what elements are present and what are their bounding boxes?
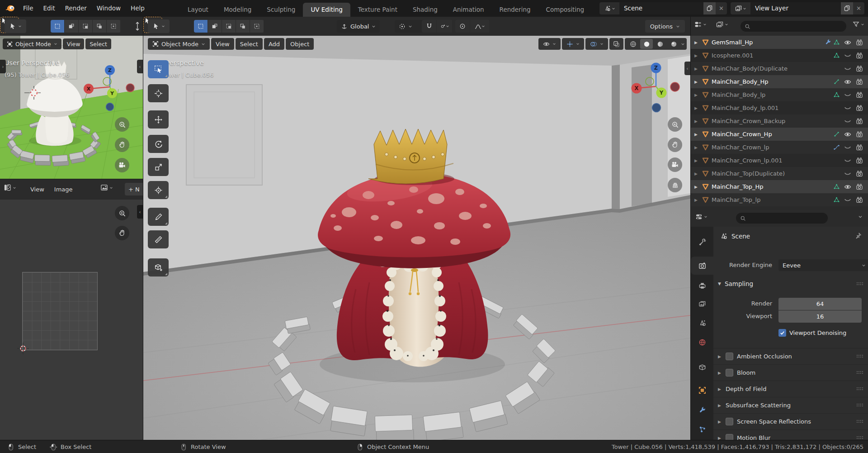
- select-mode-set[interactable]: [51, 20, 64, 33]
- clipped-toolbar-icon[interactable]: [134, 20, 143, 32]
- camera-visibility-icon[interactable]: [854, 52, 865, 59]
- outliner-row[interactable]: ▶GemSmall_Hp: [691, 36, 868, 49]
- workspace-tab-compositing[interactable]: Compositing: [538, 3, 592, 17]
- scene-name[interactable]: Scene: [619, 2, 703, 14]
- unlink-scene-button[interactable]: ✕: [716, 2, 727, 14]
- select-mode-extend[interactable]: [65, 20, 78, 33]
- object-name[interactable]: MainChar_Crown_Hp: [712, 131, 772, 138]
- tool-measure-button[interactable]: [148, 230, 169, 248]
- tool-add-cube-button[interactable]: [148, 258, 169, 277]
- image-editor-canvas[interactable]: ‹: [0, 200, 143, 440]
- panel-checkbox[interactable]: [726, 369, 733, 377]
- camera-visibility-icon[interactable]: [854, 78, 865, 86]
- object-name[interactable]: MainChar_Crown_Backup: [712, 118, 785, 124]
- editor-separator-right[interactable]: [690, 17, 691, 440]
- sampling-drag-dots[interactable]: [856, 282, 863, 286]
- tool-select-box-button[interactable]: [148, 60, 169, 78]
- outliner-row[interactable]: ▶MainChar_Top(Duplicate): [691, 167, 868, 180]
- expand-arrow-icon[interactable]: ▶: [694, 80, 702, 84]
- image-browse-dropdown[interactable]: [100, 184, 113, 191]
- object-name[interactable]: MainChar_Body_Hp: [712, 78, 769, 85]
- viewport-mode-selector[interactable]: Object Mode: [148, 38, 210, 50]
- image-editor-menu-view[interactable]: View: [26, 186, 48, 193]
- uv-pan-button[interactable]: [115, 226, 129, 240]
- workspace-tab-sculpting[interactable]: Sculpting: [259, 3, 303, 17]
- tool-cursor-button[interactable]: [148, 84, 169, 102]
- active-tool-icon[interactable]: [5, 19, 26, 33]
- snap-settings-dropdown[interactable]: [437, 20, 452, 33]
- sampling-panel-header[interactable]: ▼ Sampling: [718, 280, 753, 287]
- tab-view-layer-properties[interactable]: [691, 295, 713, 313]
- shading-options-chevron[interactable]: [681, 42, 685, 46]
- tab-world-properties[interactable]: [691, 333, 713, 351]
- tab-output-properties[interactable]: [691, 277, 713, 295]
- camera-visibility-icon[interactable]: [854, 170, 865, 177]
- expand-arrow-icon[interactable]: ▶: [694, 145, 702, 150]
- object-name[interactable]: MainChar_Crown_lp.001: [712, 157, 782, 164]
- panel-drag-dots[interactable]: [856, 371, 863, 374]
- expand-arrow-icon[interactable]: ▶: [694, 198, 702, 202]
- select-mode-intersect[interactable]: [107, 20, 120, 33]
- overlays-dropdown[interactable]: [585, 38, 608, 50]
- new-image-button[interactable]: + N: [125, 183, 143, 196]
- object-name[interactable]: MainChar_Top(Duplicate): [712, 170, 785, 177]
- expand-arrow-icon[interactable]: ▶: [694, 172, 702, 176]
- workspace-tab-modeling[interactable]: Modeling: [216, 3, 259, 17]
- new-scene-button[interactable]: [703, 2, 716, 14]
- proportional-edit-toggle[interactable]: [455, 20, 470, 33]
- eye-closed-icon[interactable]: [842, 65, 854, 72]
- panel-checkbox[interactable]: [726, 353, 733, 360]
- expand-arrow-icon[interactable]: ▶: [694, 67, 702, 71]
- menu-render[interactable]: Render: [60, 5, 92, 12]
- camera-visibility-icon[interactable]: [854, 91, 865, 99]
- preview-camera-view-button[interactable]: [115, 158, 129, 172]
- panel-drag-dots[interactable]: [856, 420, 863, 423]
- tab-scene-properties[interactable]: [691, 314, 713, 332]
- outliner-row[interactable]: ▶Icosphere.001: [691, 49, 868, 62]
- eye-closed-icon[interactable]: [842, 91, 854, 99]
- tool-scale-button[interactable]: [148, 158, 169, 176]
- preview-sidebar-expand-tab[interactable]: ‹: [137, 60, 143, 73]
- tab-object-properties[interactable]: [691, 381, 713, 399]
- remove-view-layer-button[interactable]: ✕: [853, 2, 864, 14]
- outliner-row[interactable]: ▶MainChar_Crown_Backup: [691, 114, 868, 128]
- expand-arrow-icon[interactable]: ▶: [694, 106, 702, 110]
- shading-wireframe-button[interactable]: [627, 39, 639, 49]
- preview-pan-button[interactable]: [115, 138, 129, 152]
- view-layer-icon[interactable]: [731, 2, 750, 14]
- expand-arrow-icon[interactable]: ▶: [694, 132, 702, 137]
- panel-drag-dots[interactable]: [856, 436, 863, 439]
- object-visibility-dropdown[interactable]: [538, 38, 561, 50]
- expand-arrow-icon[interactable]: ▶: [694, 53, 702, 58]
- tab-tool-properties[interactable]: [691, 233, 713, 251]
- viewport-menu-view[interactable]: View: [211, 38, 234, 50]
- tab-collection-properties[interactable]: [691, 358, 713, 376]
- uv-zoom-button[interactable]: [115, 206, 129, 220]
- outliner-search-input[interactable]: [741, 21, 846, 32]
- tool-annotate-button[interactable]: [148, 208, 169, 226]
- camera-visibility-icon[interactable]: [854, 157, 865, 164]
- panel-depth-of-field[interactable]: ▶Depth of Field: [713, 381, 868, 397]
- active-tool-icon-main[interactable]: [148, 19, 170, 33]
- viewport-menu-object[interactable]: Object: [286, 38, 314, 50]
- outliner-row[interactable]: ▶MainChar_Crown_lp.001: [691, 154, 868, 167]
- preview-mode-selector[interactable]: Object Mode: [3, 38, 61, 49]
- outliner-row[interactable]: ▶MainChar_Top_lp: [691, 193, 868, 206]
- object-name[interactable]: MainChar_Crown_lp: [712, 144, 769, 151]
- camera-visibility-icon[interactable]: [854, 105, 865, 112]
- panel-bloom[interactable]: ▶Bloom: [713, 364, 868, 381]
- menu-file[interactable]: File: [18, 5, 38, 12]
- menu-help[interactable]: Help: [126, 5, 150, 12]
- properties-editor-type-dropdown[interactable]: [695, 213, 708, 220]
- viewport-pan-button[interactable]: [668, 138, 682, 152]
- panel-drag-dots[interactable]: [856, 387, 863, 391]
- eye-closed-icon[interactable]: [842, 196, 854, 204]
- object-name[interactable]: MainChar_Body_lp.001: [712, 105, 778, 111]
- outliner-display-mode-dropdown[interactable]: [694, 21, 707, 28]
- panel-collapse-arrow[interactable]: ▶: [718, 387, 726, 391]
- gizmos-dropdown[interactable]: [562, 38, 584, 50]
- camera-visibility-icon[interactable]: [854, 144, 865, 151]
- menu-edit[interactable]: Edit: [38, 5, 60, 12]
- expand-arrow-icon[interactable]: ▶: [694, 119, 702, 124]
- panel-collapse-arrow[interactable]: ▶: [718, 436, 726, 440]
